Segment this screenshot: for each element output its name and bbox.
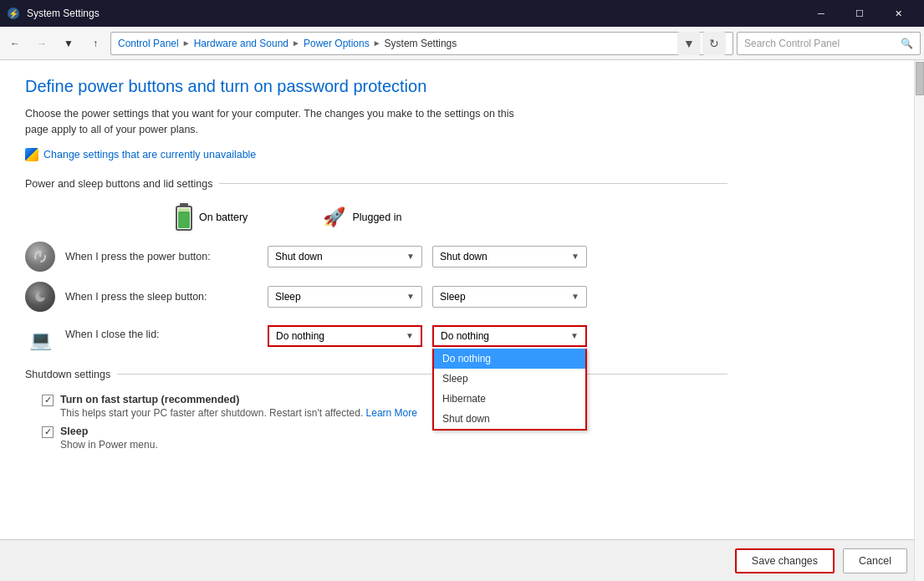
fast-startup-item: Turn on fast startup (recommended) This … — [42, 394, 417, 419]
pluggedin-column-header: 🚀 Plugged in — [323, 206, 401, 228]
sleep-icon — [33, 290, 47, 303]
desc-line2: page apply to all of your power plans. — [25, 124, 198, 135]
sleep-label-group: Sleep Show in Power menu. — [60, 426, 158, 451]
address-dropdown-button[interactable]: ▼ — [677, 32, 701, 55]
sleep-checkbox-item: Sleep Show in Power menu. — [42, 426, 158, 451]
up-button[interactable]: ↑ — [84, 32, 107, 55]
address-chevron-2: ► — [292, 38, 300, 48]
address-current: System Settings — [385, 38, 457, 49]
sleep-battery-dropdown[interactable]: Sleep ▼ — [268, 286, 422, 308]
power-pluggedin-value: Shut down — [440, 251, 488, 262]
lid-row: 💻 When I close the lid: Do nothing ▼ Do … — [25, 322, 727, 355]
page-title: Define power buttons and turn on passwor… — [25, 77, 727, 96]
power-pluggedin-dropdown[interactable]: Shut down ▼ — [432, 246, 587, 268]
sleep-button-icon — [25, 282, 55, 312]
save-changes-button[interactable]: Save changes — [735, 548, 835, 573]
navbar: ← → ▼ ↑ Control Panel ► Hardware and Sou… — [0, 27, 924, 60]
change-settings-link[interactable]: Change settings that are currently unava… — [25, 148, 727, 161]
maximize-button[interactable]: ☐ — [840, 0, 879, 27]
fast-startup-desc: This helps start your PC faster after sh… — [60, 407, 417, 419]
lid-label: When I close the lid: — [65, 329, 258, 340]
search-bar[interactable]: Search Control Panel 🔍 — [737, 32, 921, 55]
search-icon: 🔍 — [901, 38, 913, 49]
section1-title: Power and sleep buttons and lid settings — [25, 178, 727, 190]
power-button-icon — [25, 242, 55, 272]
power-battery-dropdown[interactable]: Shut down ▼ — [268, 246, 422, 268]
address-chevron-3: ► — [373, 38, 381, 48]
lid-dropdowns: Do nothing ▼ Do nothing ▼ Do nothing Sle… — [268, 325, 587, 347]
titlebar: ⚡ System Settings ─ ☐ ✕ — [0, 0, 924, 27]
power-battery-value: Shut down — [275, 251, 323, 262]
svg-rect-4 — [178, 212, 190, 228]
sleep-button-row: When I press the sleep button: Sleep ▼ S… — [25, 282, 727, 312]
scrollbar-track[interactable] — [914, 60, 924, 581]
lid-pluggedin-dropdown[interactable]: Do nothing ▼ — [432, 325, 587, 347]
desc-line1: Choose the power settings that you want … — [25, 108, 514, 120]
sleep-pluggedin-value: Sleep — [440, 291, 466, 303]
learn-more-link[interactable]: Learn More — [366, 407, 417, 419]
titlebar-title: System Settings — [27, 8, 802, 19]
column-headers: On battery 🚀 Plugged in — [25, 203, 727, 232]
battery-col-label: On battery — [199, 212, 248, 223]
address-bar[interactable]: Control Panel ► Hardware and Sound ► Pow… — [110, 32, 733, 55]
cancel-button[interactable]: Cancel — [843, 548, 907, 573]
lid-pluggedin-arrow: ▼ — [570, 331, 579, 340]
plugin-icon: 🚀 — [323, 206, 345, 228]
sleep-checkbox[interactable] — [42, 426, 54, 438]
lid-battery-arrow: ▼ — [406, 331, 414, 340]
minimize-button[interactable]: ─ — [802, 0, 840, 27]
titlebar-controls: ─ ☐ ✕ — [802, 0, 917, 27]
section2-title: Shutdown settings — [25, 369, 727, 380]
power-pluggedin-arrow: ▼ — [571, 252, 579, 261]
sleep-checkbox-desc: Show in Power menu. — [60, 439, 158, 451]
recent-button[interactable]: ▼ — [57, 32, 80, 55]
sleep-battery-value: Sleep — [275, 291, 301, 303]
fast-startup-label: Turn on fast startup (recommended) — [60, 394, 417, 405]
sleep-button-label: When I press the sleep button: — [65, 291, 258, 303]
forward-button[interactable]: → — [30, 32, 54, 55]
dropdown-item-hibernate[interactable]: Hibernate — [434, 389, 585, 409]
lid-battery-value: Do nothing — [276, 330, 324, 342]
app-icon: ⚡ — [7, 7, 20, 20]
sleep-battery-arrow: ▼ — [406, 292, 415, 301]
lid-dropdown-menu: Do nothing Sleep Hibernate Shut down — [432, 349, 587, 431]
fast-startup-row: Turn on fast startup (recommended) This … — [25, 394, 727, 419]
pluggedin-col-label: Plugged in — [352, 212, 401, 223]
power-button-label: When I press the power button: — [65, 251, 258, 262]
svg-text:⚡: ⚡ — [8, 8, 19, 19]
scrollbar-thumb[interactable] — [916, 62, 924, 95]
sleep-checkbox-label: Sleep — [60, 426, 158, 437]
bottom-spacer — [25, 457, 727, 507]
dropdown-item-donothing[interactable]: Do nothing — [434, 349, 585, 369]
dropdown-item-shutdown[interactable]: Shut down — [434, 409, 585, 429]
content-area: Define power buttons and turn on passwor… — [0, 60, 753, 524]
lid-icon: 💻 — [25, 325, 55, 355]
sleep-checkbox-row: Sleep Show in Power menu. — [25, 426, 727, 451]
power-button-row: When I press the power button: Shut down… — [25, 242, 727, 272]
back-button[interactable]: ← — [3, 32, 27, 55]
shield-icon — [25, 148, 38, 161]
svg-rect-5 — [178, 208, 190, 212]
battery-icon — [176, 203, 192, 232]
refresh-button[interactable]: ↻ — [702, 32, 726, 55]
address-control-panel[interactable]: Control Panel — [118, 38, 179, 49]
fast-startup-checkbox[interactable] — [42, 395, 54, 406]
battery-column-header: On battery — [176, 203, 248, 232]
close-button[interactable]: ✕ — [879, 0, 917, 27]
sleep-pluggedin-dropdown[interactable]: Sleep ▼ — [432, 286, 587, 308]
lid-pluggedin-value: Do nothing — [441, 330, 489, 342]
dropdown-item-sleep[interactable]: Sleep — [434, 369, 585, 389]
address-hardware-sound[interactable]: Hardware and Sound — [194, 38, 288, 49]
lid-battery-dropdown[interactable]: Do nothing ▼ — [268, 325, 422, 347]
shutdown-section: Shutdown settings Turn on fast startup (… — [25, 369, 727, 451]
sleep-button-dropdowns: Sleep ▼ Sleep ▼ — [268, 286, 587, 308]
search-placeholder: Search Control Panel — [744, 38, 840, 49]
fast-startup-label-group: Turn on fast startup (recommended) This … — [60, 394, 417, 419]
power-battery-arrow: ▼ — [406, 252, 415, 261]
bottom-bar: Save changes Cancel — [0, 539, 924, 581]
sleep-pluggedin-arrow: ▼ — [571, 292, 579, 301]
power-icon — [33, 249, 48, 264]
address-power-options[interactable]: Power Options — [304, 38, 370, 49]
lid-pluggedin-dropdown-container: Do nothing ▼ Do nothing Sleep Hibernate … — [432, 325, 587, 347]
address-chevron-1: ► — [182, 38, 191, 48]
